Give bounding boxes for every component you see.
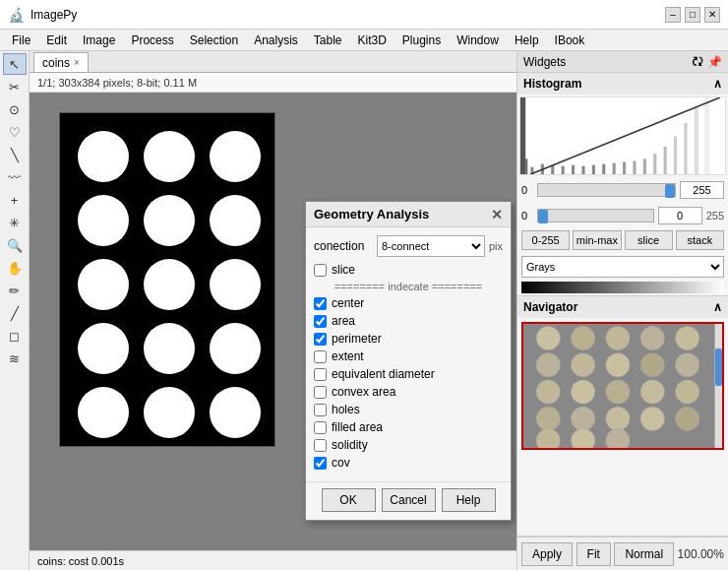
hist-0-255-button[interactable]: 0-255 xyxy=(521,230,570,250)
tool-line[interactable]: ╲ xyxy=(3,144,27,165)
tool-star[interactable]: ✳ xyxy=(3,212,27,233)
holes-checkbox[interactable] xyxy=(314,404,327,416)
menu-kit3d[interactable]: Kit3D xyxy=(350,32,394,49)
svg-point-23 xyxy=(536,326,560,349)
menu-plugins[interactable]: Plugins xyxy=(394,32,449,49)
menu-ibook[interactable]: IBook xyxy=(547,32,593,49)
svg-point-26 xyxy=(640,326,664,349)
menu-process[interactable]: Process xyxy=(123,32,181,49)
center-checkbox[interactable] xyxy=(314,297,327,310)
slice-checkbox[interactable] xyxy=(314,264,327,277)
tool-rect[interactable]: ◻ xyxy=(3,325,27,347)
cov-checkbox[interactable] xyxy=(314,457,327,470)
extent-checkbox[interactable] xyxy=(314,350,327,363)
nav-scrollbar[interactable] xyxy=(714,324,722,448)
tool-zoom[interactable]: 🔍 xyxy=(3,234,27,256)
hist-min-handle[interactable] xyxy=(538,210,548,223)
tool-pencil[interactable]: ✏ xyxy=(3,280,27,301)
dialog-title-bar[interactable]: Geometry Analysis ✕ xyxy=(306,202,511,227)
hist-minmax-button[interactable]: min-max xyxy=(573,230,621,250)
cov-row: cov xyxy=(314,456,503,470)
hist-stack-button[interactable]: stack xyxy=(676,230,724,250)
tool-slash[interactable]: ╱ xyxy=(3,302,27,324)
svg-rect-11 xyxy=(623,162,626,174)
holes-row: holes xyxy=(314,403,503,416)
tab-coins[interactable]: coins × xyxy=(33,52,89,72)
menu-selection[interactable]: Selection xyxy=(182,32,246,49)
nav-scroll-handle[interactable] xyxy=(715,348,722,386)
menu-table[interactable]: Table xyxy=(306,32,350,49)
tool-cross[interactable]: + xyxy=(3,189,27,211)
hist-max-input[interactable] xyxy=(680,181,724,199)
slice-row: slice xyxy=(314,263,503,277)
svg-point-29 xyxy=(571,353,594,377)
svg-point-30 xyxy=(606,353,630,377)
navigator-collapse-icon: ∧ xyxy=(713,300,722,314)
svg-rect-8 xyxy=(592,165,595,174)
bottom-controls: Apply Fit Normal 100.00% xyxy=(517,537,728,570)
tab-close-icon[interactable]: × xyxy=(74,57,80,68)
connection-select[interactable]: 8-connect 4-connect xyxy=(377,235,485,257)
ok-button[interactable]: OK xyxy=(322,488,376,512)
tool-wand[interactable]: ≋ xyxy=(3,348,27,369)
tab-label: coins xyxy=(42,56,70,70)
dialog-title-text: Geometry Analysis xyxy=(314,207,429,222)
solidity-label: solidity xyxy=(332,438,368,452)
convex-area-label: convex area xyxy=(332,385,395,399)
histogram-controls-bottom: 0 255 xyxy=(517,203,728,228)
content-area: coins × 1/1; 303x384 pixels; 8-bit; 0.11… xyxy=(30,51,516,570)
convex-area-row: convex area xyxy=(314,385,503,399)
area-checkbox[interactable] xyxy=(314,315,327,328)
hist-slice-button[interactable]: slice xyxy=(625,230,673,250)
tool-ellipse[interactable]: ⊙ xyxy=(3,98,27,120)
histogram-buttons: 0-255 min-max slice stack xyxy=(517,228,728,254)
center-label: center xyxy=(332,296,364,310)
svg-point-37 xyxy=(676,380,699,404)
fit-button[interactable]: Fit xyxy=(576,542,611,566)
hist-max2-label: 255 xyxy=(706,210,724,222)
svg-rect-7 xyxy=(581,166,584,174)
hist-max-handle[interactable] xyxy=(665,184,675,198)
svg-point-35 xyxy=(606,380,630,404)
menu-edit[interactable]: Edit xyxy=(38,32,75,49)
svg-rect-14 xyxy=(653,154,656,174)
colormap-select[interactable]: Grays Jet Hot Cool xyxy=(521,256,724,278)
filled-area-checkbox[interactable] xyxy=(314,421,327,434)
apply-button[interactable]: Apply xyxy=(521,542,573,566)
tool-cut[interactable]: ✂ xyxy=(3,76,27,97)
right-panel: Widgets 🗘 📌 Histogram ∧ xyxy=(516,51,728,570)
tool-pan[interactable]: ✋ xyxy=(3,257,27,279)
solidity-checkbox[interactable] xyxy=(314,439,327,452)
menu-file[interactable]: File xyxy=(4,32,38,49)
minimize-button[interactable]: – xyxy=(665,7,681,23)
convex-area-checkbox[interactable] xyxy=(314,386,327,399)
menu-analysis[interactable]: Analysis xyxy=(246,32,306,49)
dialog-close-button[interactable]: ✕ xyxy=(491,207,503,222)
pin-icon[interactable]: 📌 xyxy=(707,55,722,69)
menu-window[interactable]: Window xyxy=(449,32,507,49)
slider-row-bottom: 0 255 xyxy=(521,207,724,224)
help-button[interactable]: Help xyxy=(442,488,496,512)
navigator-header[interactable]: Navigator ∧ xyxy=(517,296,728,318)
close-button[interactable]: ✕ xyxy=(704,7,720,23)
hist-min2-input[interactable] xyxy=(658,207,702,224)
maximize-button[interactable]: □ xyxy=(685,7,700,23)
cancel-button[interactable]: Cancel xyxy=(382,488,436,512)
menu-help[interactable]: Help xyxy=(507,32,547,49)
tool-freehand[interactable]: ♡ xyxy=(3,121,27,143)
svg-point-38 xyxy=(536,407,560,430)
tool-select[interactable]: ↖ xyxy=(3,53,27,75)
slider-row-top: 0 xyxy=(521,181,724,199)
svg-point-42 xyxy=(676,407,699,430)
extent-label: extent xyxy=(332,349,364,363)
perimeter-checkbox[interactable] xyxy=(314,333,327,346)
normal-button[interactable]: Normal xyxy=(614,542,674,566)
hist-min2-label: 0 xyxy=(521,210,533,222)
menu-image[interactable]: Image xyxy=(75,32,123,49)
refresh-icon[interactable]: 🗘 xyxy=(692,55,703,69)
svg-rect-20 xyxy=(715,97,725,174)
tool-curve[interactable]: 〰 xyxy=(3,166,27,188)
equiv-diam-checkbox[interactable] xyxy=(314,368,327,381)
histogram-header[interactable]: Histogram ∧ xyxy=(517,73,728,95)
dialog-footer: OK Cancel Help xyxy=(306,481,511,520)
